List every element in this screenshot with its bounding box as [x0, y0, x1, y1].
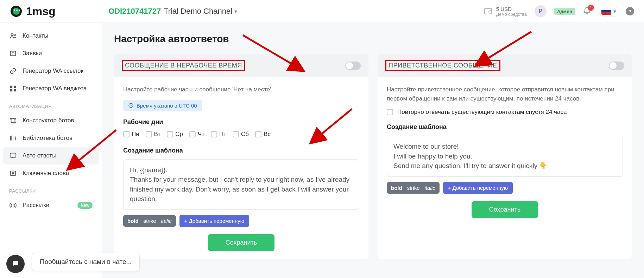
sidebar-item-flow[interactable]: Конструктор ботов [3, 112, 99, 129]
welcome-message-toggle[interactable] [609, 62, 624, 70]
sidebar-item-contacts[interactable]: Контакты [3, 27, 99, 45]
welcome-message-title: ПРИВЕТСТВЕННОЕ СООБЩЕНИЕ [385, 60, 500, 71]
day-checkbox[interactable] [167, 131, 173, 137]
format-bold[interactable]: bold [127, 218, 139, 224]
sidebar-item-widget[interactable]: Генератор WA виджета [3, 80, 99, 97]
sidebar-item-library[interactable]: Библиотека ботов [3, 129, 99, 147]
day-checkbox[interactable] [211, 131, 217, 137]
day-Пт[interactable]: Пт [211, 131, 226, 138]
template-label-1: Создание шаблона [123, 147, 359, 154]
day-checkbox[interactable] [189, 131, 196, 137]
svg-point-2 [14, 9, 15, 11]
chat-icon [9, 152, 17, 160]
help-button[interactable]: ? [626, 7, 634, 15]
flag-ru-icon [601, 8, 611, 15]
chevron-down-icon[interactable]: ▾ [234, 8, 237, 15]
sidebar-item-label: Библиотека ботов [23, 135, 72, 142]
sidebar-item-label: Конструктор ботов [23, 117, 74, 124]
sidebar-item-tickets[interactable]: Заявки [3, 45, 99, 62]
link-icon [9, 67, 17, 75]
keywords-icon [9, 169, 17, 177]
welcome-message-desc: Настройте приветственное сообщение, кото… [387, 85, 623, 103]
clock-icon [128, 103, 134, 108]
wallet-icon [484, 8, 492, 14]
sidebar-item-keywords[interactable]: Ключевые слова [3, 164, 99, 182]
svg-point-3 [16, 9, 18, 11]
main-content: Настройка автоответов СООБЩЕНИЕ В НЕРАБО… [102, 23, 644, 278]
day-Сб[interactable]: Сб [233, 131, 249, 138]
chat-prompt[interactable]: Пообщайтесь с нами в чате... [32, 253, 140, 271]
logo-icon [10, 5, 23, 18]
away-template-input[interactable]: Hi, {{name}}. Thanks for your message, b… [123, 159, 359, 210]
utc-chip: Время указано в UTC 00 [123, 100, 202, 111]
svg-rect-10 [10, 89, 12, 91]
nav-section-mailings: РАССЫЛКИ [3, 182, 99, 196]
day-Вс[interactable]: Вс [255, 131, 271, 138]
tickets-icon [9, 50, 17, 57]
page-title: Настройка автоответов [114, 33, 632, 45]
sidebar-item-label: Ключевые слова [23, 170, 69, 177]
svg-rect-9 [14, 86, 16, 88]
channel-id[interactable]: ODI210741727 [108, 7, 161, 16]
new-badge: New [77, 202, 93, 209]
format-toolbar-1: bold strike italic [123, 215, 176, 227]
language-selector[interactable]: ▾ [600, 6, 618, 17]
day-Чт[interactable]: Чт [189, 131, 204, 138]
save-button-1[interactable]: Сохранить [208, 234, 274, 251]
day-label: Чт [198, 131, 204, 138]
svg-point-1 [13, 8, 20, 15]
channel-name[interactable]: Trial Demo Channel [164, 7, 232, 16]
day-Пн[interactable]: Пн [123, 131, 139, 138]
sidebar-item-label: Генератор WA виджета [23, 85, 87, 92]
balance-amount: 5 USD [496, 6, 512, 12]
sidebar-item-broadcast[interactable]: РассылкиNew [3, 196, 99, 214]
day-label: Пт [219, 131, 226, 138]
chat-icon [11, 260, 20, 268]
day-label: Сб [241, 131, 249, 138]
chat-fab[interactable] [6, 255, 25, 273]
day-checkbox[interactable] [233, 131, 239, 137]
day-Вт[interactable]: Вт [146, 131, 161, 138]
svg-point-13 [14, 118, 16, 119]
day-checkbox[interactable] [255, 131, 261, 137]
away-message-title: СООБЩЕНИЕ В НЕРАБОЧЕЕ ВРЕМЯ [122, 60, 245, 71]
svg-point-5 [11, 34, 13, 36]
role-badge: Админ [554, 8, 575, 15]
away-message-toggle[interactable] [345, 62, 361, 70]
day-checkbox[interactable] [123, 131, 130, 137]
library-icon [9, 134, 17, 142]
format-italic[interactable]: italic [425, 185, 435, 191]
format-italic[interactable]: italic [161, 218, 172, 224]
notification-bell[interactable]: 1 [583, 7, 592, 16]
svg-point-14 [14, 122, 16, 123]
brand-logo: 1msg [10, 5, 98, 18]
svg-rect-11 [14, 89, 16, 91]
format-bold[interactable]: bold [391, 185, 402, 191]
utc-text: Время указано в UTC 00 [137, 103, 197, 109]
welcome-template-input[interactable]: Welcome to our store! I will be happy to… [387, 136, 623, 177]
format-strike[interactable]: strike [407, 185, 420, 191]
svg-point-12 [11, 118, 12, 119]
sidebar-item-label: Генератор WA ссылок [23, 67, 83, 75]
sidebar-item-chat[interactable]: Авто ответы [3, 147, 99, 164]
wallet-balance[interactable]: 5 USD Демо средства [484, 6, 527, 17]
day-Ср[interactable]: Ср [167, 131, 183, 138]
workdays-label: Рабочие дни [123, 118, 359, 126]
day-label: Вт [154, 131, 161, 138]
sidebar-item-link[interactable]: Генератор WA ссылок [3, 62, 99, 80]
app-header: 1msg ODI210741727 Trial Demo Channel ▾ 5… [0, 0, 644, 23]
add-variable-button-2[interactable]: + Добавить переменную [443, 182, 513, 194]
avatar[interactable]: P [535, 5, 547, 17]
contacts-icon [9, 32, 17, 40]
save-button-2[interactable]: Сохранить [472, 201, 538, 218]
repeat-checkbox[interactable] [387, 109, 393, 115]
format-strike[interactable]: strike [144, 218, 156, 224]
svg-point-4 [19, 9, 20, 11]
day-checkbox[interactable] [146, 131, 152, 137]
svg-point-6 [14, 34, 15, 36]
sidebar-item-label: Рассылки [23, 202, 49, 209]
welcome-message-card: ПРИВЕТСТВЕННОЕ СООБЩЕНИЕ Настройте приве… [378, 54, 632, 259]
svg-rect-8 [10, 86, 12, 88]
chevron-down-icon: ▾ [613, 8, 616, 15]
add-variable-button-1[interactable]: + Добавить переменную [179, 215, 250, 227]
